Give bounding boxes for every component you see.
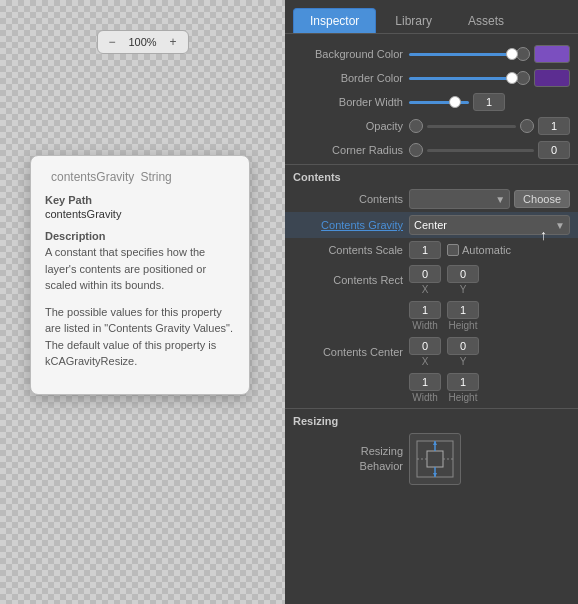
rect-h-label: Height [449, 320, 478, 331]
corner-radius-circle [409, 143, 423, 157]
opacity-slider[interactable] [427, 125, 516, 128]
center-y-label: Y [460, 356, 467, 367]
corner-radius-slider[interactable] [427, 149, 534, 152]
automatic-checkbox[interactable] [447, 244, 459, 256]
border-color-row: Border Color [285, 66, 578, 90]
contents-gravity-label[interactable]: Contents Gravity [293, 219, 403, 231]
contents-center-control: X Y [409, 337, 570, 367]
rect-w-label: Width [412, 320, 438, 331]
tab-bar: Inspector Library Assets [285, 0, 578, 34]
opacity-circle-right [520, 119, 534, 133]
background-color-row: Background Color [285, 42, 578, 66]
center-x-label: X [422, 356, 429, 367]
contents-dropdown[interactable]: ▼ [409, 189, 510, 209]
svg-rect-1 [427, 451, 443, 467]
center-h-input[interactable] [447, 373, 479, 391]
corner-radius-row: Corner Radius [285, 138, 578, 162]
rect-w-group: Width [409, 301, 441, 331]
contents-rect-control: X Y [409, 265, 570, 295]
contents-scale-label: Contents Scale [293, 244, 403, 256]
tab-library[interactable]: Library [378, 8, 449, 33]
opacity-input[interactable] [538, 117, 570, 135]
rect-y-group: Y [447, 265, 479, 295]
border-width-row: Border Width [285, 90, 578, 114]
zoom-level: 100% [125, 36, 161, 48]
tooltip-title: contentsGravityString [45, 170, 235, 184]
border-width-input[interactable] [473, 93, 505, 111]
choose-button[interactable]: Choose [514, 190, 570, 208]
border-color-label: Border Color [293, 72, 403, 84]
opacity-circle-left [409, 119, 423, 133]
resizing-behavior-row: Resizing Behavior [285, 430, 578, 488]
background-color-label: Background Color [293, 48, 403, 60]
resizing-section-header: Resizing [285, 408, 578, 430]
center-h-label: Height [449, 392, 478, 403]
border-width-control [403, 93, 570, 111]
contents-dropdown-arrow: ▼ [495, 194, 505, 205]
rect-y-input[interactable] [447, 265, 479, 283]
rect-w-input[interactable] [409, 301, 441, 319]
tooltip-type: String [140, 170, 171, 184]
center-w-label: Width [412, 392, 438, 403]
opacity-label: Opacity [293, 120, 403, 132]
contents-control: ▼ Choose [409, 189, 570, 209]
background-color-slider[interactable] [409, 53, 512, 56]
center-w-group: Width [409, 373, 441, 403]
contents-rect-wh-row: Width Height [285, 298, 578, 334]
rect-x-input[interactable] [409, 265, 441, 283]
tab-inspector[interactable]: Inspector [293, 8, 376, 33]
zoom-out-button[interactable]: − [105, 34, 118, 50]
border-color-control [403, 69, 570, 87]
center-y-input[interactable] [447, 337, 479, 355]
contents-scale-control: Automatic [409, 241, 570, 259]
zoom-in-button[interactable]: + [167, 34, 180, 50]
pointer-cursor: ↑ [540, 227, 547, 243]
tab-assets[interactable]: Assets [451, 8, 521, 33]
center-x-group: X [409, 337, 441, 367]
extra-text: The possible values for this property ar… [45, 304, 235, 370]
resizing-diagram[interactable] [409, 433, 461, 485]
background-color-circle [516, 47, 530, 61]
center-h-group: Height [447, 373, 479, 403]
contents-section-header: Contents [285, 164, 578, 186]
border-width-slider[interactable] [409, 101, 469, 104]
center-x-input[interactable] [409, 337, 441, 355]
key-path-value: contentsGravity [45, 208, 235, 220]
automatic-checkbox-container: Automatic [447, 244, 511, 256]
rect-h-group: Height [447, 301, 479, 331]
background-color-control [403, 45, 570, 63]
corner-radius-control [403, 141, 570, 159]
resizing-behavior-label: Resizing Behavior [293, 444, 403, 475]
contents-rect-wh-control: Width Height [409, 301, 570, 331]
svg-marker-5 [433, 473, 437, 477]
key-path-label: Key Path [45, 194, 235, 206]
description-label: Description [45, 230, 235, 242]
opacity-row: Opacity [285, 114, 578, 138]
rect-x-label: X [422, 284, 429, 295]
contents-gravity-row: Contents Gravity Center ▼ ↑ [285, 212, 578, 238]
contents-rect-row: Contents Rect X Y [285, 262, 578, 298]
zoom-toolbar: − 100% + [96, 30, 188, 54]
border-color-circle [516, 71, 530, 85]
rect-h-input[interactable] [447, 301, 479, 319]
contents-scale-input[interactable] [409, 241, 441, 259]
inspector-panel: Inspector Library Assets Background Colo… [285, 0, 578, 604]
border-color-slider[interactable] [409, 77, 512, 80]
rect-x-group: X [409, 265, 441, 295]
svg-marker-3 [433, 441, 437, 445]
background-color-swatch[interactable] [534, 45, 570, 63]
contents-center-wh-control: Width Height [409, 373, 570, 403]
contents-row: Contents ▼ Choose [285, 186, 578, 212]
contents-gravity-value: Center [414, 219, 447, 231]
center-w-input[interactable] [409, 373, 441, 391]
corner-radius-input[interactable] [538, 141, 570, 159]
contents-center-row: Contents Center X Y [285, 334, 578, 370]
contents-center-wh-row: Width Height [285, 370, 578, 406]
contents-gravity-arrow: ▼ [555, 220, 565, 231]
center-y-group: Y [447, 337, 479, 367]
rect-y-label: Y [460, 284, 467, 295]
tooltip-popup: contentsGravityString Key Path contentsG… [30, 155, 250, 395]
resizing-behavior-control [409, 433, 570, 485]
border-color-swatch[interactable] [534, 69, 570, 87]
inspector-content: Background Color Border Color Bord [285, 34, 578, 604]
